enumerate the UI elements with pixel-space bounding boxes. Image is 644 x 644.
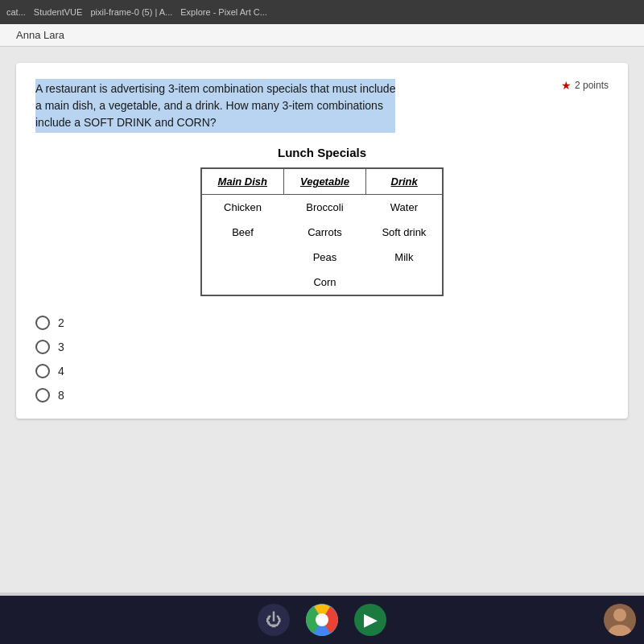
play-icon[interactable]: ▶ (354, 604, 386, 636)
cell-veg-3: Peas (284, 245, 366, 270)
answer-label-2: 3 (58, 341, 64, 353)
cell-drink-1: Water (365, 195, 443, 221)
radio-button-1[interactable] (35, 316, 50, 330)
table-row: Beef Carrots Soft drink (201, 220, 444, 245)
table-row: Corn (201, 270, 444, 295)
table-section: Lunch Specials Main Dish Vegetable Drink… (35, 146, 609, 296)
answer-option-2[interactable]: 3 (35, 340, 609, 354)
points-badge: ★ 2 points (561, 79, 609, 92)
table-row: Peas Milk (201, 245, 444, 270)
answer-label-3: 4 (58, 365, 64, 378)
points-label: 2 points (575, 80, 609, 91)
browser-bar: cat... StudentVUE pixil-frame-0 (5) | A.… (0, 0, 644, 24)
radio-button-2[interactable] (35, 340, 50, 354)
cell-drink-4 (365, 270, 443, 295)
header-drink: Drink (365, 168, 443, 195)
svg-point-3 (613, 609, 626, 621)
browser-tab-2[interactable]: StudentVUE (34, 7, 83, 17)
cell-veg-1: Broccoli (284, 195, 366, 221)
taskbar: ⏻ ▶ (0, 596, 644, 644)
cell-main-1: Chicken (201, 195, 284, 221)
answer-label-4: 8 (58, 389, 64, 402)
cell-veg-4: Corn (284, 270, 366, 295)
chrome-icon[interactable] (306, 604, 338, 636)
answer-option-4[interactable]: 8 (35, 388, 609, 402)
table-row: Chicken Broccoli Water (201, 195, 444, 221)
header-main-dish: Main Dish (201, 168, 284, 195)
cell-main-4 (201, 270, 284, 295)
user-name: Anna Lara (16, 29, 64, 41)
question-card: A restaurant is advertising 3-item combi… (16, 63, 628, 419)
header-vegetable: Vegetable (284, 168, 366, 195)
answer-label-1: 2 (58, 316, 64, 329)
user-avatar (604, 604, 636, 636)
question-line1: A restaurant is advertising 3-item combi… (35, 82, 395, 95)
main-content: A restaurant is advertising 3-item combi… (0, 47, 644, 592)
table-header-row: Main Dish Vegetable Drink (201, 168, 444, 195)
star-icon: ★ (561, 79, 572, 92)
question-line2: a main dish, a vegetable, and a drink. H… (35, 99, 383, 112)
radio-button-3[interactable] (35, 364, 50, 378)
cell-main-2: Beef (201, 220, 284, 245)
browser-tab-1[interactable]: cat... (6, 7, 26, 17)
user-bar: Anna Lara (0, 24, 644, 47)
question-text: A restaurant is advertising 3-item combi… (35, 79, 395, 133)
cell-drink-3: Milk (365, 245, 443, 270)
question-header: A restaurant is advertising 3-item combi… (35, 79, 609, 133)
answer-option-1[interactable]: 2 (35, 316, 609, 330)
power-icon[interactable]: ⏻ (258, 604, 290, 636)
browser-tab-4[interactable]: Explore - Pixel Art C... (180, 7, 267, 17)
answers-section: 2 3 4 8 (35, 316, 609, 402)
specials-table: Main Dish Vegetable Drink Chicken Brocco… (200, 167, 444, 296)
table-title: Lunch Specials (278, 146, 366, 159)
question-line3: include a SOFT DRINK and CORN? (35, 116, 217, 129)
cell-veg-2: Carrots (284, 220, 366, 245)
svg-point-1 (316, 613, 328, 626)
radio-button-4[interactable] (35, 388, 50, 402)
cell-main-3 (201, 245, 284, 270)
cell-drink-2: Soft drink (365, 220, 443, 245)
browser-tab-3[interactable]: pixil-frame-0 (5) | A... (90, 7, 172, 17)
answer-option-3[interactable]: 4 (35, 364, 609, 378)
